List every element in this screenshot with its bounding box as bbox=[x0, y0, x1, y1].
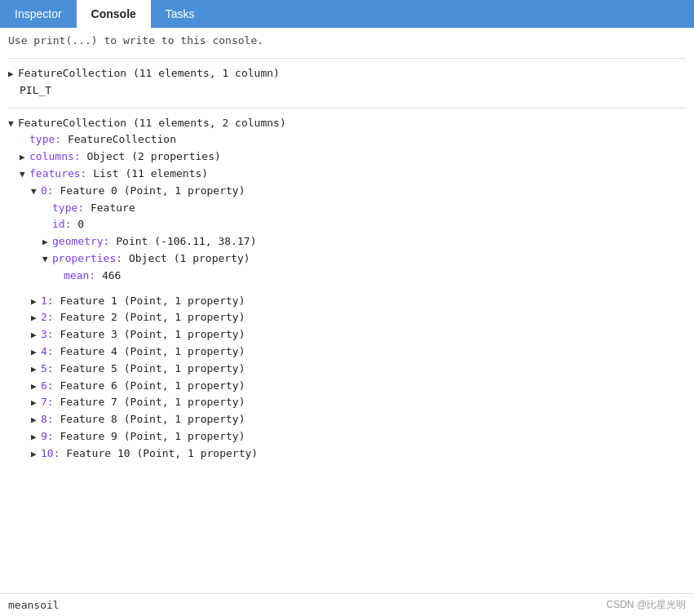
toggle-13[interactable]: ▶ bbox=[31, 362, 39, 377]
toggle-10[interactable]: ▶ bbox=[31, 311, 39, 326]
toggle-1[interactable]: ▶ bbox=[20, 150, 28, 165]
val-7: Object (1 property) bbox=[129, 250, 250, 268]
toggle-18[interactable]: ▶ bbox=[31, 447, 39, 462]
key-3: 0: bbox=[41, 183, 60, 200]
section1-child-text: PIL_T bbox=[20, 82, 51, 100]
toggle-9[interactable]: ▶ bbox=[31, 295, 39, 309]
tree-line-6[interactable]: ▶geometry: Point (-106.11, 38.17) bbox=[8, 233, 686, 250]
watermark: CSDN @比星光明 bbox=[606, 598, 686, 612]
key-9: 1: bbox=[41, 293, 60, 310]
key-17: 9: bbox=[41, 428, 60, 445]
spacer bbox=[8, 285, 686, 293]
key-12: 4: bbox=[41, 343, 60, 361]
toggle-5 bbox=[42, 218, 51, 233]
val-4: Feature bbox=[91, 200, 135, 217]
tree-line-13[interactable]: ▶5: Feature 5 (Point, 1 property) bbox=[8, 361, 686, 378]
key-5: id: bbox=[52, 216, 77, 233]
val-10: Feature 2 (Point, 1 property) bbox=[60, 309, 245, 326]
val-2: List (11 elements) bbox=[93, 166, 208, 183]
section2-lines: type: FeatureCollection▶columns: Object … bbox=[8, 131, 686, 462]
val-6: Point (-106.11, 38.17) bbox=[116, 233, 256, 250]
tree-line-9[interactable]: ▶1: Feature 1 (Point, 1 property) bbox=[8, 293, 686, 310]
section2-header[interactable]: ▼ FeatureCollection (11 elements, 2 colu… bbox=[8, 115, 686, 132]
tree-line-14[interactable]: ▶6: Feature 6 (Point, 1 property) bbox=[8, 378, 686, 395]
toggle-3[interactable]: ▼ bbox=[31, 184, 39, 199]
tree-line-16[interactable]: ▶8: Feature 8 (Point, 1 property) bbox=[8, 411, 686, 428]
tree-line-0: type: FeatureCollection bbox=[8, 131, 686, 148]
key-6: geometry: bbox=[52, 233, 116, 250]
key-13: 5: bbox=[41, 361, 60, 378]
toggle-8 bbox=[54, 269, 62, 284]
key-16: 8: bbox=[41, 411, 60, 428]
val-9: Feature 1 (Point, 1 property) bbox=[60, 293, 245, 310]
val-14: Feature 6 (Point, 1 property) bbox=[60, 378, 245, 395]
tab-console[interactable]: Console bbox=[77, 0, 151, 28]
toggle-11[interactable]: ▶ bbox=[31, 328, 39, 343]
toggle-2[interactable]: ▼ bbox=[20, 167, 28, 182]
tree-line-5: id: 0 bbox=[8, 216, 686, 233]
toggle-7[interactable]: ▼ bbox=[42, 252, 51, 267]
hint-text: Use print(...) to write to this console. bbox=[8, 34, 686, 47]
console-area: Use print(...) to write to this console.… bbox=[0, 28, 694, 593]
bottom-bar: meansoil CSDN @比星光明 bbox=[0, 593, 694, 616]
toggle-16[interactable]: ▶ bbox=[31, 413, 39, 428]
section1-toggle[interactable]: ▶ bbox=[8, 67, 16, 82]
tab-tasks[interactable]: Tasks bbox=[151, 0, 210, 28]
val-0: FeatureCollection bbox=[68, 131, 176, 148]
toggle-12[interactable]: ▶ bbox=[31, 345, 39, 360]
val-3: Feature 0 (Point, 1 property) bbox=[60, 183, 245, 200]
val-18: Feature 10 (Point, 1 property) bbox=[66, 445, 258, 463]
val-1: Object (2 properties) bbox=[86, 148, 220, 166]
section-1: ▶ FeatureCollection (11 elements, 1 colu… bbox=[8, 58, 686, 106]
key-0: type: bbox=[29, 131, 68, 148]
val-16: Feature 8 (Point, 1 property) bbox=[60, 411, 245, 428]
toggle-4 bbox=[42, 202, 51, 216]
section2-toggle[interactable]: ▼ bbox=[8, 117, 16, 131]
tree-line-17[interactable]: ▶9: Feature 9 (Point, 1 property) bbox=[8, 428, 686, 445]
key-4: type: bbox=[52, 200, 91, 217]
val-15: Feature 7 (Point, 1 property) bbox=[60, 394, 245, 411]
tab-bar: Inspector Console Tasks bbox=[0, 0, 694, 28]
tree-line-10[interactable]: ▶2: Feature 2 (Point, 1 property) bbox=[8, 309, 686, 326]
toggle-6[interactable]: ▶ bbox=[42, 235, 51, 250]
key-18: 10: bbox=[41, 445, 66, 463]
key-7: properties: bbox=[52, 250, 129, 268]
toggle-15[interactable]: ▶ bbox=[31, 396, 39, 410]
tree-line-11[interactable]: ▶3: Feature 3 (Point, 1 property) bbox=[8, 326, 686, 343]
section1-child: PIL_T bbox=[8, 82, 686, 100]
toggle-17[interactable]: ▶ bbox=[31, 430, 39, 445]
tab-inspector[interactable]: Inspector bbox=[0, 0, 77, 28]
tree-line-1[interactable]: ▶columns: Object (2 properties) bbox=[8, 148, 686, 166]
tree-line-12[interactable]: ▶4: Feature 4 (Point, 1 property) bbox=[8, 343, 686, 361]
section-2: ▼ FeatureCollection (11 elements, 2 colu… bbox=[8, 108, 686, 469]
key-1: columns: bbox=[29, 148, 86, 166]
key-8: mean: bbox=[64, 268, 102, 285]
val-17: Feature 9 (Point, 1 property) bbox=[60, 428, 245, 445]
val-13: Feature 5 (Point, 1 property) bbox=[60, 361, 245, 378]
key-11: 3: bbox=[41, 326, 60, 343]
key-14: 6: bbox=[41, 378, 60, 395]
section1-header-text: FeatureCollection (11 elements, 1 column… bbox=[18, 65, 280, 82]
tree-line-3[interactable]: ▼0: Feature 0 (Point, 1 property) bbox=[8, 183, 686, 200]
section1-header[interactable]: ▶ FeatureCollection (11 elements, 1 colu… bbox=[8, 65, 686, 82]
key-15: 7: bbox=[41, 394, 60, 411]
tree-line-7[interactable]: ▼properties: Object (1 property) bbox=[8, 250, 686, 268]
tree-line-4: type: Feature bbox=[8, 200, 686, 217]
tree-line-15[interactable]: ▶7: Feature 7 (Point, 1 property) bbox=[8, 394, 686, 411]
bottom-label: meansoil bbox=[8, 599, 60, 611]
toggle-14[interactable]: ▶ bbox=[31, 379, 39, 394]
tree-line-2[interactable]: ▼features: List (11 elements) bbox=[8, 166, 686, 183]
key-2: features: bbox=[29, 166, 93, 183]
val-11: Feature 3 (Point, 1 property) bbox=[60, 326, 245, 343]
val-5: 0 bbox=[77, 216, 84, 233]
val-8: 466 bbox=[102, 268, 121, 285]
tree-line-18[interactable]: ▶10: Feature 10 (Point, 1 property) bbox=[8, 445, 686, 463]
tree-line-8: mean: 466 bbox=[8, 268, 686, 285]
val-12: Feature 4 (Point, 1 property) bbox=[60, 343, 245, 361]
toggle-0 bbox=[20, 133, 28, 148]
section2-header-text: FeatureCollection (11 elements, 2 column… bbox=[18, 115, 286, 132]
key-10: 2: bbox=[41, 309, 60, 326]
